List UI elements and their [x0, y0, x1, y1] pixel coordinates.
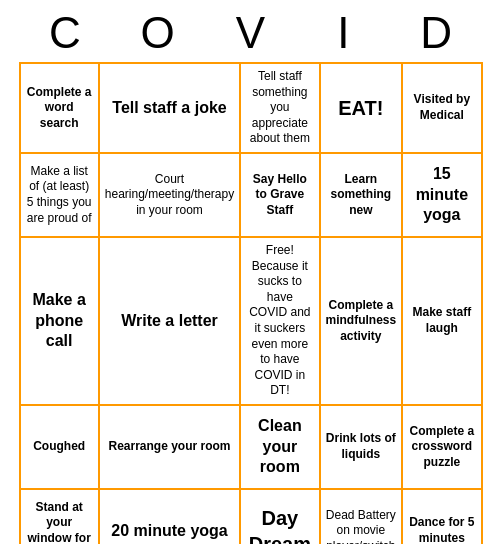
bingo-cell-22: Day Dream — [241, 490, 320, 544]
letter-o: O — [114, 8, 202, 58]
cell-text-21: 20 minute yoga — [111, 521, 227, 542]
cell-text-11: Write a letter — [121, 311, 218, 332]
bingo-cell-9: 15 minute yoga — [403, 154, 482, 238]
bingo-cell-21: 20 minute yoga — [100, 490, 241, 544]
cell-text-17: Clean your room — [246, 416, 313, 478]
cell-text-20: Stand at your window for 20 minutes — [26, 500, 93, 544]
cell-text-2: Tell staff something you appreciate abou… — [246, 69, 313, 147]
cell-text-0: Complete a word search — [26, 85, 93, 132]
bingo-cell-24: Dance for 5 minutes — [403, 490, 482, 544]
cell-text-6: Court hearing/meeting/therapy in your ro… — [105, 172, 234, 219]
cell-text-4: Visited by Medical — [408, 92, 475, 123]
letter-i: I — [299, 8, 387, 58]
bingo-cell-8: Learn something new — [321, 154, 404, 238]
letter-d: D — [392, 8, 480, 58]
cell-text-3: EAT! — [338, 95, 383, 121]
letter-v: V — [206, 8, 294, 58]
cell-text-15: Coughed — [33, 439, 85, 455]
bingo-cell-23: Dead Battery on movie player/switch — [321, 490, 404, 544]
bingo-cell-7: Say Hello to Grave Staff — [241, 154, 320, 238]
bingo-cell-10: Make a phone call — [21, 238, 100, 406]
bingo-cell-11: Write a letter — [100, 238, 241, 406]
bingo-cell-14: Make staff laugh — [403, 238, 482, 406]
bingo-cell-20: Stand at your window for 20 minutes — [21, 490, 100, 544]
bingo-cell-3: EAT! — [321, 64, 404, 154]
cell-text-10: Make a phone call — [26, 290, 93, 352]
cell-text-24: Dance for 5 minutes — [408, 515, 475, 544]
cell-text-5: Make a list of (at least) 5 things you a… — [26, 164, 93, 226]
bingo-card: C O V I D Complete a word searchTell sta… — [11, 0, 491, 544]
bingo-cell-6: Court hearing/meeting/therapy in your ro… — [100, 154, 241, 238]
bingo-cell-19: Complete a crossword puzzle — [403, 406, 482, 490]
cell-text-7: Say Hello to Grave Staff — [246, 172, 313, 219]
bingo-cell-13: Complete a mindfulness activity — [321, 238, 404, 406]
bingo-cell-0: Complete a word search — [21, 64, 100, 154]
bingo-cell-15: Coughed — [21, 406, 100, 490]
cell-text-16: Rearrange your room — [108, 439, 230, 455]
bingo-grid: Complete a word searchTell staff a jokeT… — [19, 62, 483, 544]
letter-c: C — [21, 8, 109, 58]
bingo-cell-16: Rearrange your room — [100, 406, 241, 490]
bingo-cell-18: Drink lots of liquids — [321, 406, 404, 490]
cell-text-14: Make staff laugh — [408, 305, 475, 336]
cell-text-19: Complete a crossword puzzle — [408, 424, 475, 471]
bingo-cell-2: Tell staff something you appreciate abou… — [241, 64, 320, 154]
bingo-header: C O V I D — [19, 8, 483, 58]
bingo-cell-5: Make a list of (at least) 5 things you a… — [21, 154, 100, 238]
cell-text-12: Free! Because it sucks to have COVID and… — [246, 243, 313, 399]
cell-text-13: Complete a mindfulness activity — [326, 298, 397, 345]
cell-text-18: Drink lots of liquids — [326, 431, 397, 462]
bingo-cell-1: Tell staff a joke — [100, 64, 241, 154]
cell-text-22: Day Dream — [246, 505, 313, 544]
cell-text-9: 15 minute yoga — [408, 164, 475, 226]
bingo-cell-12: Free! Because it sucks to have COVID and… — [241, 238, 320, 406]
cell-text-8: Learn something new — [326, 172, 397, 219]
bingo-cell-17: Clean your room — [241, 406, 320, 490]
cell-text-23: Dead Battery on movie player/switch — [326, 508, 397, 544]
cell-text-1: Tell staff a joke — [112, 98, 226, 119]
bingo-cell-4: Visited by Medical — [403, 64, 482, 154]
